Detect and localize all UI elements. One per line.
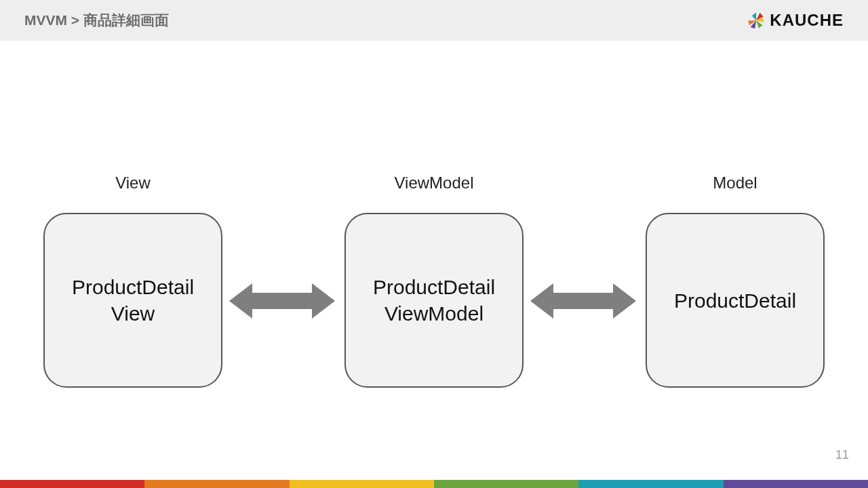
page-number: 11 (835, 448, 849, 462)
strip-seg (144, 480, 289, 488)
box-model: ProductDetail (646, 213, 825, 388)
box-view: ProductDetail View (43, 213, 222, 388)
slide-body: View ViewModel Model ProductDetail View … (0, 41, 868, 474)
box-view-text: ProductDetail View (72, 274, 194, 327)
pinwheel-icon (747, 11, 766, 30)
box-viewmodel: ProductDetail ViewModel (344, 213, 524, 388)
strip-seg (290, 480, 434, 488)
svg-marker-0 (752, 12, 756, 20)
column-label-view: View (43, 174, 222, 192)
strip-seg (0, 480, 144, 488)
column-label-model: Model (646, 174, 825, 192)
header-bar: MVVM > 商品詳細画面 KAUCHE (0, 0, 868, 41)
bottom-color-strip (0, 480, 868, 488)
strip-seg (724, 480, 868, 488)
brand-logo: KAUCHE (747, 11, 844, 30)
strip-seg (434, 480, 578, 488)
column-label-viewmodel: ViewModel (344, 174, 524, 192)
strip-seg (578, 480, 723, 488)
brand-logo-text: KAUCHE (770, 11, 844, 30)
double-arrow-icon (229, 282, 335, 320)
box-model-text: ProductDetail (674, 287, 796, 314)
svg-marker-6 (229, 283, 335, 319)
svg-marker-7 (530, 283, 636, 319)
double-arrow-icon (530, 282, 636, 320)
breadcrumb: MVVM > 商品詳細画面 (24, 11, 169, 30)
box-viewmodel-text: ProductDetail ViewModel (373, 274, 495, 327)
